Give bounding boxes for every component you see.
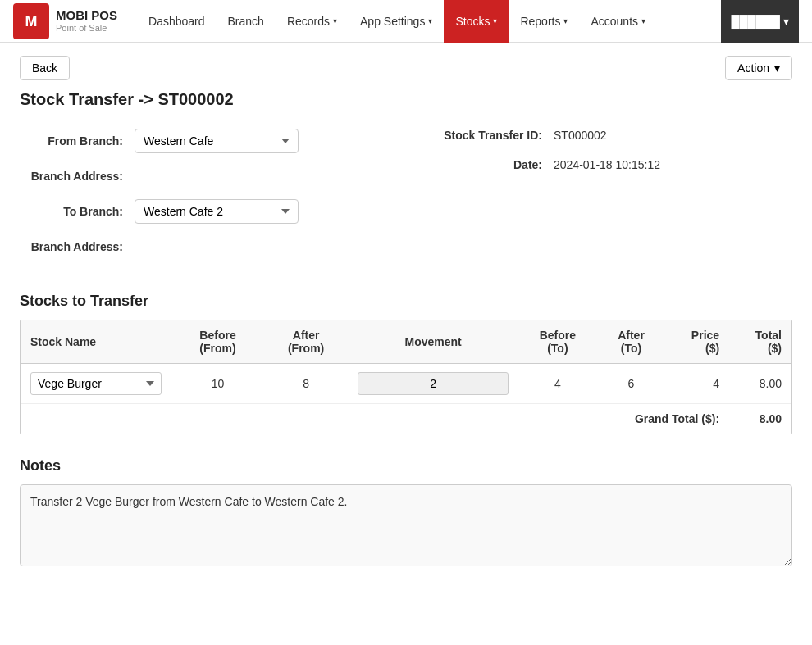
- brand-name: MOBI POS: [56, 8, 117, 23]
- nav-item-stocks[interactable]: Stocks ▾: [444, 0, 509, 43]
- stocks-table-wrapper: Stock Name Before (From) After (From) Mo…: [20, 320, 792, 434]
- back-button[interactable]: Back: [20, 56, 70, 80]
- nav-item-dashboard[interactable]: Dashboard: [137, 0, 217, 43]
- accounts-caret: ▾: [641, 16, 645, 25]
- branch-address-label: Branch Address:: [20, 170, 135, 183]
- col-before-from: Before (From): [171, 320, 264, 364]
- col-after-from: After (From): [264, 320, 348, 364]
- action-caret-icon: ▾: [774, 61, 780, 75]
- cell-after-from: 8: [264, 364, 348, 404]
- col-before-to: Before (To): [518, 320, 596, 364]
- table-header-row: Stock Name Before (From) After (From) Mo…: [21, 320, 791, 364]
- to-branch-select[interactable]: Western Cafe 2: [135, 199, 299, 224]
- from-branch-select[interactable]: Western Cafe: [135, 129, 299, 153]
- main-content: Back Action ▾ Stock Transfer -> ST000002…: [0, 43, 812, 582]
- date-value: 2024-01-18 10:15:12: [554, 158, 660, 171]
- stock-transfer-id-value: ST000002: [554, 129, 607, 142]
- col-price: Price ($): [665, 320, 729, 364]
- stock-transfer-id-label: Stock Transfer ID:: [439, 129, 554, 142]
- notes-section-title: Notes: [20, 457, 792, 475]
- nav-item-branch[interactable]: Branch: [217, 0, 276, 43]
- stock-name-select[interactable]: Vege Burger: [30, 372, 162, 395]
- col-movement: Movement: [348, 320, 518, 364]
- logo-icon: M: [13, 3, 49, 39]
- date-group: Date: 2024-01-18 10:15:12: [439, 158, 792, 171]
- nav-item-reports[interactable]: Reports ▾: [509, 0, 579, 43]
- from-branch-label: From Branch:: [20, 134, 135, 148]
- cell-stock-name: Vege Burger: [21, 364, 171, 404]
- movement-input[interactable]: [358, 372, 509, 395]
- stocks-table: Stock Name Before (From) After (From) Mo…: [21, 320, 791, 434]
- nav-item-accounts[interactable]: Accounts ▾: [579, 0, 657, 43]
- cell-price: 4: [665, 364, 729, 404]
- nav-item-app-settings[interactable]: App Settings ▾: [349, 0, 444, 43]
- to-branch-group: To Branch: Western Cafe 2: [20, 199, 373, 224]
- form-right: Stock Transfer ID: ST000002 Date: 2024-0…: [406, 129, 792, 270]
- cell-after-to: 6: [597, 364, 666, 404]
- to-branch-label: To Branch:: [20, 205, 135, 218]
- nav-items: Dashboard Branch Records ▾ App Settings …: [137, 0, 721, 43]
- col-stock-name: Stock Name: [21, 320, 171, 364]
- date-label: Date:: [439, 158, 554, 171]
- col-after-to: After (To): [597, 320, 666, 364]
- cell-total: 8.00: [729, 364, 791, 404]
- grand-total-label: Grand Total ($):: [21, 404, 729, 434]
- grand-total-value: 8.00: [729, 404, 791, 434]
- cell-before-to: 4: [518, 364, 596, 404]
- to-branch-address-label: Branch Address:: [20, 240, 135, 253]
- user-menu[interactable]: ██████ ▾: [721, 0, 799, 43]
- notes-textarea[interactable]: Transfer 2 Vege Burger from Western Cafe…: [20, 484, 792, 566]
- nav-item-records[interactable]: Records ▾: [276, 0, 349, 43]
- stock-transfer-id-group: Stock Transfer ID: ST000002: [439, 129, 792, 142]
- user-caret: ▾: [783, 15, 789, 28]
- cell-before-from: 10: [171, 364, 264, 404]
- reports-caret: ▾: [563, 16, 568, 25]
- page-title: Stock Transfer -> ST000002: [20, 90, 792, 109]
- branch-address-group: Branch Address:: [20, 170, 373, 183]
- action-button[interactable]: Action ▾: [725, 56, 792, 80]
- form-section: From Branch: Western Cafe Branch Address…: [20, 129, 792, 270]
- stocks-section-title: Stocks to Transfer: [20, 293, 792, 310]
- app-settings-caret: ▾: [428, 16, 432, 25]
- col-total: Total ($): [729, 320, 791, 364]
- top-bar: Back Action ▾: [20, 56, 792, 80]
- table-row: Vege Burger 10 8 4 6 4 8.00: [21, 364, 791, 404]
- to-branch-address-group: Branch Address:: [20, 240, 373, 253]
- cell-movement: [348, 364, 518, 404]
- brand-logo[interactable]: M MOBI POS Point of Sale: [13, 3, 117, 39]
- form-left: From Branch: Western Cafe Branch Address…: [20, 129, 406, 270]
- from-branch-group: From Branch: Western Cafe: [20, 129, 373, 153]
- grand-total-row: Grand Total ($): 8.00: [21, 404, 791, 434]
- records-caret: ▾: [333, 16, 337, 25]
- navbar: M MOBI POS Point of Sale Dashboard Branc…: [0, 0, 812, 43]
- stocks-caret: ▾: [493, 16, 497, 25]
- brand-subtitle: Point of Sale: [56, 23, 117, 34]
